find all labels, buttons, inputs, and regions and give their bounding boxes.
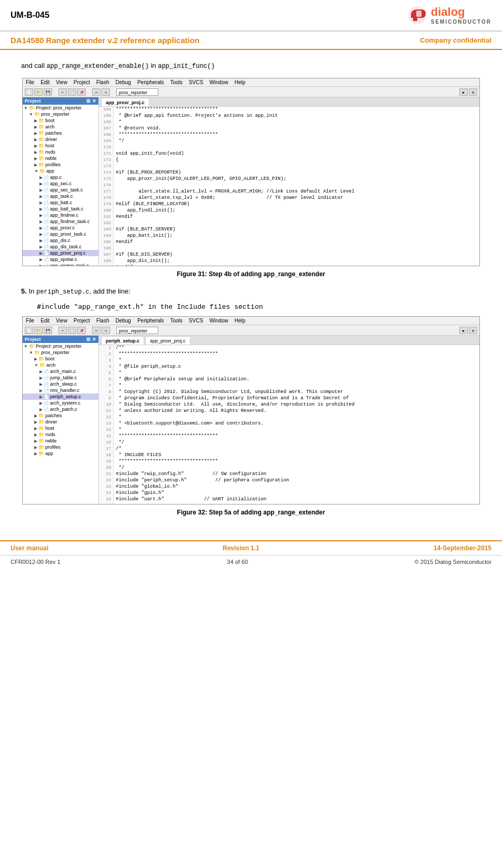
tree-patches[interactable]: ▶ 📁 patches [23, 130, 98, 136]
tree2-patches[interactable]: ▶ 📁 patches [23, 412, 98, 419]
toolbar2-paste[interactable]: 📌 [77, 327, 86, 334]
tree2-rwble[interactable]: ▶ 📁 rwble [23, 438, 98, 444]
tree2-arch-system[interactable]: ▶ 📄 arch_system.c [23, 400, 98, 406]
toolbar-copy[interactable]: 📋 [68, 88, 76, 96]
tree-app-batt[interactable]: ▶ 📄 app_batt.c [23, 199, 98, 206]
toolbar2-save[interactable]: 💾 [44, 327, 52, 334]
toolbar-debug-run[interactable]: ⚙ [469, 88, 477, 96]
menu2-tools[interactable]: Tools [170, 318, 183, 324]
tree-app-findme[interactable]: ▶ 📄 app_findme.c [23, 212, 98, 218]
menu2-project[interactable]: Project [74, 318, 90, 324]
toolbar-build[interactable]: ▶ [459, 88, 468, 96]
footer-right: 14-September-2015 [434, 544, 491, 552]
menu-flash[interactable]: Flash [96, 79, 109, 85]
menu-file[interactable]: File [26, 79, 34, 85]
menu-window[interactable]: Window [209, 79, 228, 85]
tree-host[interactable]: ▶ 📁 host [23, 143, 98, 149]
tree2-nvds[interactable]: ▶ 📁 nvds [23, 431, 98, 438]
ide2-tab-periph[interactable]: periph_setup.c [101, 336, 144, 345]
tree2-app[interactable]: ▶ 📁 app [23, 450, 98, 457]
menu2-view[interactable]: View [56, 318, 67, 324]
tree-app-findme-task[interactable]: ▶ 📄 app_findme_task.c [23, 218, 98, 225]
menu2-help[interactable]: Help [235, 318, 246, 324]
tree2-periph-setup[interactable]: ▶ 📄 periph_setup.c [23, 393, 98, 400]
tree2-arch-main[interactable]: ▶ 📄 arch_main.c [23, 368, 98, 375]
tree-app-proxr[interactable]: ▶ 📄 app_proxr.c [23, 225, 98, 231]
menu2-edit[interactable]: Edit [41, 318, 49, 324]
tree2-profiles[interactable]: ▶ 📁 profiles [23, 444, 98, 450]
tree-app-c[interactable]: ▶ 📄 app.c [23, 174, 98, 180]
tree-nvds[interactable]: ▶ 📁 nvds [23, 149, 98, 155]
toolbar2-cut[interactable]: ✂ [58, 327, 67, 334]
menu-view[interactable]: View [56, 79, 67, 85]
ide1-tab-main[interactable]: app_proxr_proj.c [101, 98, 149, 106]
tree-app-proxr-task[interactable]: ▶ 📄 app_proxr_task.c [23, 231, 98, 237]
tree2-jump-table[interactable]: ▶ 📄 jump_table.c [23, 375, 98, 381]
tree-app[interactable]: ▼ 📁 app [23, 168, 98, 174]
toolbar-new[interactable]: 📄 [25, 88, 33, 96]
ide1-path[interactable]: prox_reporter [116, 88, 158, 96]
tree-app-sec[interactable]: ▶ 📄 app_sec.c [23, 180, 98, 187]
tree2-host[interactable]: ▶ 📁 host [23, 425, 98, 431]
line-code: #include "uart.h" // UART initialization [114, 497, 266, 503]
tree-prox-reporter[interactable]: ▼ 📁 prox_reporter [23, 111, 98, 117]
menu2-window[interactable]: Window [209, 318, 228, 324]
menu-svcs[interactable]: SVCS [189, 79, 203, 85]
tree-root[interactable]: ▼ 📁 Project: prox_reporter [23, 105, 98, 111]
tree-app-batt-task[interactable]: ▶ 📄 app_batt_task.c [23, 206, 98, 212]
toolbar-paste[interactable]: 📌 [77, 88, 86, 96]
toolbar-redo[interactable]: ↪ [102, 88, 110, 96]
tree2-driver[interactable]: ▶ 📁 driver [23, 419, 98, 425]
toolbar2-build[interactable]: ▶ [459, 327, 468, 334]
menu-help[interactable]: Help [235, 79, 246, 85]
arrow-icon: ▶ [39, 388, 43, 393]
menu-edit[interactable]: Edit [41, 79, 49, 85]
tree-rwble[interactable]: ▶ 📁 rwble [23, 155, 98, 162]
toolbar-cut[interactable]: ✂ [58, 88, 67, 96]
tree-app-dis[interactable]: ▶ 📄 app_dis.c [23, 237, 98, 244]
tree2-prox-reporter[interactable]: ▼ 📁 prox_reporter [23, 349, 98, 356]
tree-arch[interactable]: ▶ 📁 arch [23, 124, 98, 130]
line-code: /** [114, 345, 124, 351]
ide2-tab-proxr[interactable]: app_proxr_proj.c [145, 336, 190, 345]
menu2-peripherals[interactable]: Peripherals [137, 318, 164, 324]
toolbar2-new[interactable]: 📄 [25, 327, 33, 334]
ide2-code[interactable]: 1/**2 **********************************… [99, 345, 479, 504]
tree-app-sec-task[interactable]: ▶ 📄 app_sec_task.c [23, 187, 98, 193]
tree-app-spotar-task[interactable]: ▶ 📄 app_spotar_task.c [23, 263, 98, 266]
menu2-file[interactable]: File [26, 318, 34, 324]
tree2-nmi-handler[interactable]: ▶ 📄 nmi_handler.c [23, 387, 98, 393]
tree2-root[interactable]: ▼ 📁 Project: prox_reporter [23, 343, 98, 349]
toolbar2-debug-run[interactable]: ⚙ [469, 327, 477, 334]
tree-app-proxr-proj[interactable]: ▶ 📄 app_proxr_proj.c [23, 250, 98, 256]
tree2-boot[interactable]: ▶ 📁 boot [23, 356, 98, 362]
tree-profiles[interactable]: ▶ 📁 profiles [23, 162, 98, 168]
tree2-item-label: nmi_handler.c [50, 388, 79, 393]
toolbar2-undo[interactable]: ↩ [92, 327, 101, 334]
menu2-flash[interactable]: Flash [96, 318, 109, 324]
tree2-arch[interactable]: ▼ 📁 arch [23, 362, 98, 368]
tree-item-label: app_proxr_task.c [50, 231, 86, 237]
toolbar-open[interactable]: 📂 [34, 88, 43, 96]
tree-boot[interactable]: ▶ 📁 boot [23, 117, 98, 124]
menu-peripherals[interactable]: Peripherals [137, 79, 164, 85]
tree2-arch-patch[interactable]: ▶ 📄 arch_patch.c [23, 406, 98, 412]
toolbar2-open[interactable]: 📂 [34, 327, 43, 334]
menu-tools[interactable]: Tools [170, 79, 183, 85]
menu2-debug[interactable]: Debug [115, 318, 130, 324]
file-icon: 📄 [44, 238, 49, 243]
toolbar-undo[interactable]: ↩ [92, 88, 101, 96]
tree-app-dis-task[interactable]: ▶ 📄 app_dis_task.c [23, 244, 98, 250]
toolbar-save[interactable]: 💾 [44, 88, 52, 96]
menu-project[interactable]: Project [74, 79, 90, 85]
tree2-arch-sleep[interactable]: ▶ 📄 arch_sleep.c [23, 381, 98, 387]
tree-app-spotar[interactable]: ▶ 📄 app_spotar.c [23, 256, 98, 263]
toolbar2-copy[interactable]: 📋 [68, 327, 76, 334]
menu-debug[interactable]: Debug [115, 79, 130, 85]
toolbar2-redo[interactable]: ↪ [102, 327, 110, 334]
tree-driver[interactable]: ▶ 📁 driver [23, 136, 98, 143]
menu2-svcs[interactable]: SVCS [189, 318, 203, 324]
tree-app-task[interactable]: ▶ 📄 app_task.c [23, 193, 98, 199]
ide1-code[interactable]: 164************************************1… [99, 107, 479, 266]
ide2-path[interactable]: prox_reporter [116, 327, 158, 334]
